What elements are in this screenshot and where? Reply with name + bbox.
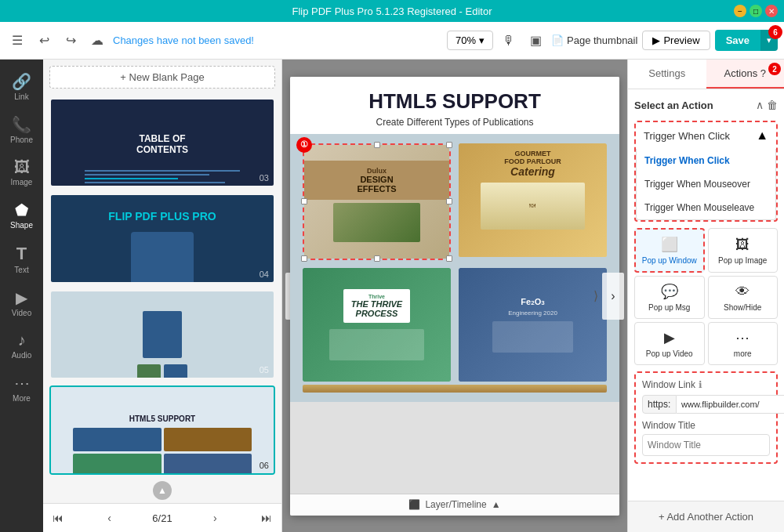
new-blank-page-button[interactable]: + New Blank Page: [49, 66, 275, 89]
page-thumb-item-04[interactable]: FLIP PDF PLUS PRO 04: [49, 194, 275, 283]
book-engineering-img: Fe2O3 Engineering 2020: [459, 268, 607, 382]
save-button[interactable]: Save: [715, 30, 760, 51]
popup-image-icon: 🖼: [735, 237, 750, 253]
layer-timeline-bar[interactable]: ⬛ Layer/Timeline ▲: [290, 494, 619, 516]
menu-button[interactable]: ☰: [6, 30, 28, 52]
redo-button[interactable]: ↪: [60, 30, 82, 52]
prev-page-button[interactable]: ‹: [104, 510, 114, 526]
sidebar-item-audio[interactable]: ♪ Audio: [2, 325, 42, 366]
right-panel: Settings Actions ? 2 Select an Action ∧ …: [627, 60, 784, 532]
first-page-button[interactable]: ⏮: [49, 510, 67, 526]
layer-icon: ⬛: [408, 499, 420, 510]
book-engineering[interactable]: Fe2O3 Engineering 2020: [459, 268, 607, 382]
sidebar-item-video[interactable]: ▶ Video: [2, 282, 42, 324]
protocol-select[interactable]: https: http: ftp:: [642, 395, 677, 414]
page-thumbnail-button[interactable]: 📄 Page thumbnail: [551, 34, 637, 46]
delete-button[interactable]: 🗑: [767, 99, 778, 111]
text-icon: T: [16, 244, 27, 264]
maximize-button[interactable]: □: [750, 5, 762, 17]
phone-label: Phone: [10, 136, 33, 144]
book-thrive[interactable]: Thrive THE THRIVEPROCESS: [303, 268, 451, 382]
more-icon: ⋯: [14, 374, 30, 393]
sidebar-item-shape[interactable]: ⬟ Shape: [2, 194, 42, 236]
sidebar-item-image[interactable]: 🖼 Image: [2, 152, 42, 193]
zoom-select[interactable]: 70% ▾: [447, 31, 493, 50]
trigger-option-click[interactable]: Trigger When Click: [637, 149, 775, 172]
image-label: Image: [11, 178, 33, 186]
canvas-nav-right[interactable]: ›: [602, 273, 624, 320]
popup-image-label: Pop up Image: [718, 256, 767, 265]
action-popup-image[interactable]: 🖼 Pop up Image: [708, 228, 779, 273]
minimize-button[interactable]: −: [734, 5, 746, 17]
book-design-effects[interactable]: Dulux DESIGNEFFECTS: [303, 143, 451, 260]
books-grid: Dulux DESIGNEFFECTS: [303, 143, 607, 382]
toolbar-left: ☰ ↩ ↪ ☁ Changes have not been saved!: [6, 30, 442, 52]
preview-button[interactable]: ▶ Preview: [642, 31, 710, 50]
page-thumb-06: HTML5 SUPPORT: [51, 387, 274, 475]
page-thumbnails-list: TABLE OFCONTENTS 03 FLIP PDF PLUS PRO: [43, 95, 281, 478]
actions-label: Actions ?: [724, 67, 766, 79]
action-popup-video[interactable]: ▶ Pop up Video: [634, 322, 705, 365]
canvas-area: ‹ ⟨ HTML5 SUPPORT Create Different Types…: [282, 60, 627, 532]
trigger-select-header[interactable]: Trigger When Click ▲: [636, 122, 776, 149]
book-gourmet[interactable]: GOURMETFOOD PARLOURCatering 🍽: [459, 143, 607, 260]
url-input[interactable]: [677, 395, 784, 414]
trigger-option-mouseover[interactable]: Trigger When Mouseover: [637, 172, 775, 196]
mic-button[interactable]: 🎙: [498, 30, 520, 52]
canvas-header: HTML5 SUPPORT Create Different Types of …: [290, 77, 619, 134]
sidebar-item-more[interactable]: ⋯ More: [2, 367, 42, 409]
tab-actions[interactable]: Actions ? 2: [706, 60, 785, 89]
window-link-label: Window Link ℹ: [642, 379, 770, 390]
show-hide-icon: 👁: [735, 284, 750, 300]
canvas-main-title: HTML5 SUPPORT: [309, 89, 601, 114]
action-buttons-grid: ⬜ Pop up Window 🖼 Pop up Image 💬 Pop up …: [634, 228, 778, 365]
popup-video-label: Pop up Video: [646, 349, 693, 358]
next-page-button[interactable]: ›: [210, 510, 220, 526]
page-num-04: 04: [260, 270, 269, 279]
toggle-button[interactable]: ▣: [524, 30, 546, 52]
tab-settings[interactable]: Settings: [628, 60, 706, 89]
sidebar-item-phone[interactable]: 📞 Phone: [2, 109, 42, 150]
page-thumb-item-03[interactable]: TABLE OFCONTENTS 03: [49, 98, 275, 187]
save-group: Save ▾ 6: [715, 30, 778, 51]
popup-video-icon: ▶: [664, 329, 675, 346]
sidebar-item-text[interactable]: T Text: [2, 237, 42, 280]
action-popup-window[interactable]: ⬜ Pop up Window: [634, 228, 705, 273]
canvas: HTML5 SUPPORT Create Different Types of …: [290, 77, 619, 516]
popup-msg-icon: 💬: [661, 283, 678, 300]
window-title-input[interactable]: [642, 434, 770, 456]
main-layout: 🔗 Link 📞 Phone 🖼 Image ⬟ Shape T Text ▶ …: [0, 60, 784, 532]
actions-badge: 2: [768, 63, 781, 75]
page-thumb-item-05[interactable]: 05: [49, 290, 275, 379]
more-actions-icon: ⋯: [735, 329, 750, 346]
cloud-button[interactable]: ☁: [86, 30, 108, 52]
action-more[interactable]: ⋯ more: [708, 322, 779, 365]
add-another-action-button[interactable]: + Add Another Action: [628, 501, 784, 532]
scroll-up-button[interactable]: ▲: [153, 481, 172, 500]
page-nav-footer: ⏮ ‹ 6/21 › ⏭: [43, 503, 281, 532]
play-icon: ▶: [652, 34, 660, 46]
section-header-icons: ∧ 🗑: [756, 99, 778, 111]
select-action-title: Select an Action: [634, 100, 713, 111]
image-icon: 🖼: [14, 158, 30, 176]
trigger-option-mouseleave[interactable]: Trigger When Mouseleave: [637, 196, 775, 219]
action-show-hide[interactable]: 👁 Show/Hide: [708, 276, 779, 319]
close-button[interactable]: ✕: [765, 5, 778, 17]
total-pages: 21: [161, 512, 172, 524]
sidebar-item-link[interactable]: 🔗 Link: [2, 66, 42, 107]
collapse-button[interactable]: ∧: [756, 99, 764, 111]
canvas-subtitle: Create Different Types of Publications: [309, 117, 601, 128]
page-thumb-item-06[interactable]: HTML5 SUPPORT 06: [49, 385, 275, 475]
text-label: Text: [14, 266, 28, 274]
selection-badge: ①: [296, 137, 312, 153]
last-page-button[interactable]: ⏭: [258, 510, 275, 526]
trigger-options-list: Trigger When Click Trigger When Mouseove…: [636, 149, 776, 220]
audio-label: Audio: [12, 351, 32, 360]
layer-timeline-label: Layer/Timeline: [425, 499, 486, 510]
undo-button[interactable]: ↩: [33, 30, 55, 52]
video-icon: ▶: [16, 288, 27, 307]
toolbar-right: 70% ▾ 🎙 ▣ 📄 Page thumbnail ▶ Preview Sav…: [447, 30, 778, 52]
action-popup-msg[interactable]: 💬 Pop up Msg: [634, 276, 705, 319]
trigger-dropdown[interactable]: Trigger When Click ▲ Trigger When Click …: [634, 121, 778, 222]
canvas-nav-last[interactable]: ⟩: [590, 280, 602, 312]
